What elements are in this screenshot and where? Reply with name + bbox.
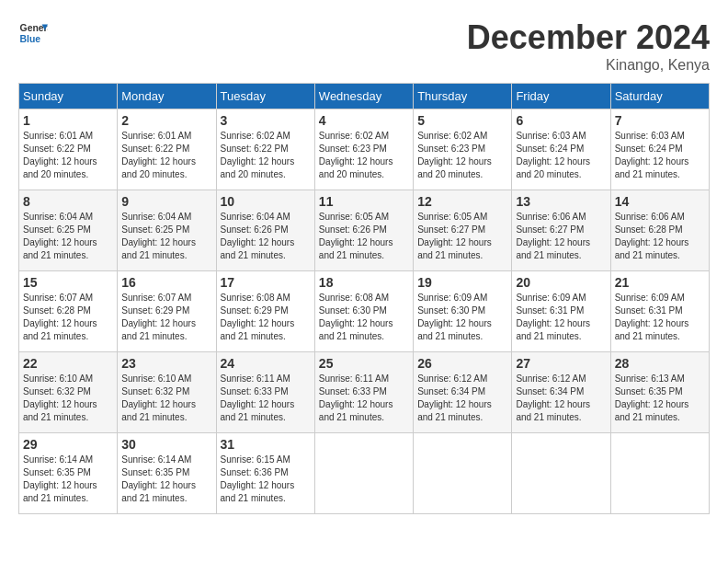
day-of-week-header: Tuesday: [216, 84, 314, 109]
day-number: 6: [516, 113, 606, 128]
day-number: 17: [221, 275, 311, 290]
calendar-day-cell: 14 Sunrise: 6:06 AM Sunset: 6:28 PM Dayl…: [610, 190, 709, 271]
day-number: 9: [121, 194, 211, 209]
day-info: Sunrise: 6:10 AM Sunset: 6:32 PM Dayligh…: [23, 373, 113, 424]
calendar-day-cell: 15 Sunrise: 6:07 AM Sunset: 6:28 PM Dayl…: [19, 271, 118, 352]
calendar-day-cell: 5 Sunrise: 6:02 AM Sunset: 6:23 PM Dayli…: [414, 109, 512, 190]
day-number: 28: [615, 356, 705, 371]
day-info: Sunrise: 6:14 AM Sunset: 6:35 PM Dayligh…: [23, 454, 113, 505]
calendar-day-cell: [610, 433, 709, 514]
calendar-day-cell: 22 Sunrise: 6:10 AM Sunset: 6:32 PM Dayl…: [19, 352, 118, 433]
day-info: Sunrise: 6:11 AM Sunset: 6:33 PM Dayligh…: [319, 373, 409, 424]
day-number: 18: [319, 275, 409, 290]
day-info: Sunrise: 6:12 AM Sunset: 6:34 PM Dayligh…: [417, 373, 507, 424]
day-info: Sunrise: 6:03 AM Sunset: 6:24 PM Dayligh…: [615, 130, 705, 181]
day-of-week-header: Friday: [512, 84, 610, 109]
calendar-day-cell: 2 Sunrise: 6:01 AM Sunset: 6:22 PM Dayli…: [118, 109, 216, 190]
calendar-day-cell: 3 Sunrise: 6:02 AM Sunset: 6:22 PM Dayli…: [216, 109, 314, 190]
day-number: 23: [121, 356, 211, 371]
day-info: Sunrise: 6:06 AM Sunset: 6:28 PM Dayligh…: [615, 211, 705, 262]
calendar-week-row: 15 Sunrise: 6:07 AM Sunset: 6:28 PM Dayl…: [19, 271, 710, 352]
calendar-header-row: SundayMondayTuesdayWednesdayThursdayFrid…: [19, 84, 710, 109]
day-info: Sunrise: 6:04 AM Sunset: 6:26 PM Dayligh…: [221, 211, 311, 262]
calendar-day-cell: 19 Sunrise: 6:09 AM Sunset: 6:30 PM Dayl…: [414, 271, 512, 352]
day-number: 20: [516, 275, 606, 290]
day-info: Sunrise: 6:02 AM Sunset: 6:23 PM Dayligh…: [319, 130, 409, 181]
day-number: 26: [417, 356, 507, 371]
day-info: Sunrise: 6:07 AM Sunset: 6:28 PM Dayligh…: [23, 292, 113, 343]
day-number: 25: [319, 356, 409, 371]
day-info: Sunrise: 6:09 AM Sunset: 6:30 PM Dayligh…: [417, 292, 507, 343]
calendar-day-cell: 30 Sunrise: 6:14 AM Sunset: 6:35 PM Dayl…: [118, 433, 216, 514]
day-number: 2: [121, 113, 211, 128]
logo: General Blue: [18, 18, 48, 48]
page-header: General Blue December 2024 Kinango, Keny…: [18, 18, 710, 74]
location: Kinango, Kenya: [467, 57, 710, 74]
calendar-day-cell: [314, 433, 413, 514]
day-number: 10: [221, 194, 311, 209]
calendar-day-cell: 31 Sunrise: 6:15 AM Sunset: 6:36 PM Dayl…: [216, 433, 314, 514]
day-of-week-header: Sunday: [19, 84, 118, 109]
day-info: Sunrise: 6:14 AM Sunset: 6:35 PM Dayligh…: [121, 454, 211, 505]
day-of-week-header: Wednesday: [314, 84, 413, 109]
day-number: 1: [23, 113, 113, 128]
day-info: Sunrise: 6:07 AM Sunset: 6:29 PM Dayligh…: [121, 292, 211, 343]
svg-text:Blue: Blue: [20, 34, 41, 44]
calendar-day-cell: [414, 433, 512, 514]
day-info: Sunrise: 6:08 AM Sunset: 6:30 PM Dayligh…: [319, 292, 409, 343]
day-info: Sunrise: 6:01 AM Sunset: 6:22 PM Dayligh…: [121, 130, 211, 181]
day-info: Sunrise: 6:08 AM Sunset: 6:29 PM Dayligh…: [221, 292, 311, 343]
day-info: Sunrise: 6:15 AM Sunset: 6:36 PM Dayligh…: [221, 454, 311, 505]
calendar-day-cell: 8 Sunrise: 6:04 AM Sunset: 6:25 PM Dayli…: [19, 190, 118, 271]
calendar-day-cell: 4 Sunrise: 6:02 AM Sunset: 6:23 PM Dayli…: [314, 109, 413, 190]
day-info: Sunrise: 6:13 AM Sunset: 6:35 PM Dayligh…: [615, 373, 705, 424]
calendar-day-cell: 1 Sunrise: 6:01 AM Sunset: 6:22 PM Dayli…: [19, 109, 118, 190]
day-number: 12: [417, 194, 507, 209]
day-number: 13: [516, 194, 606, 209]
title-section: December 2024 Kinango, Kenya: [467, 18, 710, 74]
calendar-day-cell: 29 Sunrise: 6:14 AM Sunset: 6:35 PM Dayl…: [19, 433, 118, 514]
day-info: Sunrise: 6:05 AM Sunset: 6:27 PM Dayligh…: [417, 211, 507, 262]
calendar-day-cell: 11 Sunrise: 6:05 AM Sunset: 6:26 PM Dayl…: [314, 190, 413, 271]
day-number: 11: [319, 194, 409, 209]
calendar-day-cell: 21 Sunrise: 6:09 AM Sunset: 6:31 PM Dayl…: [610, 271, 709, 352]
day-info: Sunrise: 6:06 AM Sunset: 6:27 PM Dayligh…: [516, 211, 606, 262]
day-info: Sunrise: 6:02 AM Sunset: 6:22 PM Dayligh…: [221, 130, 311, 181]
day-number: 8: [23, 194, 113, 209]
day-info: Sunrise: 6:11 AM Sunset: 6:33 PM Dayligh…: [221, 373, 311, 424]
calendar-day-cell: 7 Sunrise: 6:03 AM Sunset: 6:24 PM Dayli…: [610, 109, 709, 190]
calendar-day-cell: 24 Sunrise: 6:11 AM Sunset: 6:33 PM Dayl…: [216, 352, 314, 433]
day-info: Sunrise: 6:02 AM Sunset: 6:23 PM Dayligh…: [417, 130, 507, 181]
day-number: 21: [615, 275, 705, 290]
day-number: 16: [121, 275, 211, 290]
day-of-week-header: Monday: [118, 84, 216, 109]
calendar-day-cell: 26 Sunrise: 6:12 AM Sunset: 6:34 PM Dayl…: [414, 352, 512, 433]
day-number: 4: [319, 113, 409, 128]
calendar-week-row: 22 Sunrise: 6:10 AM Sunset: 6:32 PM Dayl…: [19, 352, 710, 433]
day-info: Sunrise: 6:12 AM Sunset: 6:34 PM Dayligh…: [516, 373, 606, 424]
month-title: December 2024: [467, 18, 710, 57]
calendar-week-row: 8 Sunrise: 6:04 AM Sunset: 6:25 PM Dayli…: [19, 190, 710, 271]
day-number: 27: [516, 356, 606, 371]
calendar-day-cell: [512, 433, 610, 514]
day-info: Sunrise: 6:03 AM Sunset: 6:24 PM Dayligh…: [516, 130, 606, 181]
calendar-day-cell: 23 Sunrise: 6:10 AM Sunset: 6:32 PM Dayl…: [118, 352, 216, 433]
day-info: Sunrise: 6:04 AM Sunset: 6:25 PM Dayligh…: [23, 211, 113, 262]
day-number: 7: [615, 113, 705, 128]
calendar-day-cell: 17 Sunrise: 6:08 AM Sunset: 6:29 PM Dayl…: [216, 271, 314, 352]
day-number: 14: [615, 194, 705, 209]
calendar-day-cell: 27 Sunrise: 6:12 AM Sunset: 6:34 PM Dayl…: [512, 352, 610, 433]
day-of-week-header: Saturday: [610, 84, 709, 109]
day-info: Sunrise: 6:01 AM Sunset: 6:22 PM Dayligh…: [23, 130, 113, 181]
calendar-week-row: 1 Sunrise: 6:01 AM Sunset: 6:22 PM Dayli…: [19, 109, 710, 190]
day-number: 22: [23, 356, 113, 371]
calendar-day-cell: 28 Sunrise: 6:13 AM Sunset: 6:35 PM Dayl…: [610, 352, 709, 433]
calendar-day-cell: 13 Sunrise: 6:06 AM Sunset: 6:27 PM Dayl…: [512, 190, 610, 271]
day-number: 5: [417, 113, 507, 128]
day-info: Sunrise: 6:09 AM Sunset: 6:31 PM Dayligh…: [516, 292, 606, 343]
day-info: Sunrise: 6:05 AM Sunset: 6:26 PM Dayligh…: [319, 211, 409, 262]
day-number: 30: [121, 437, 211, 452]
calendar-day-cell: 16 Sunrise: 6:07 AM Sunset: 6:29 PM Dayl…: [118, 271, 216, 352]
day-number: 29: [23, 437, 113, 452]
calendar-week-row: 29 Sunrise: 6:14 AM Sunset: 6:35 PM Dayl…: [19, 433, 710, 514]
